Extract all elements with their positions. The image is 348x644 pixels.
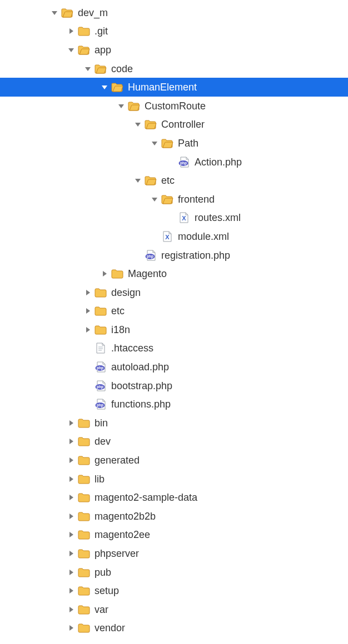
- tree-row[interactable]: X routes.xml: [0, 209, 348, 228]
- disclosure-down-icon[interactable]: [135, 177, 141, 184]
- svg-marker-40: [69, 625, 73, 631]
- tree-item-label: routes.xml: [195, 212, 241, 224]
- tree-row[interactable]: CustomRoute: [0, 97, 348, 115]
- disclosure-right-icon[interactable]: [84, 308, 91, 314]
- tree-row[interactable]: code: [0, 59, 348, 78]
- disclosure-right-icon[interactable]: [68, 494, 74, 501]
- tree-row[interactable]: app: [0, 41, 348, 59]
- tree-row[interactable]: design: [0, 283, 348, 302]
- svg-marker-7: [152, 142, 157, 145]
- disclosure-down-icon[interactable]: [84, 66, 91, 72]
- disclosure-right-icon[interactable]: [68, 438, 74, 445]
- disclosure-down-icon[interactable]: [51, 9, 58, 16]
- tree-item-label: Controller: [161, 118, 205, 130]
- tree-item-label: Path: [178, 137, 198, 149]
- disclosure-right-icon[interactable]: [68, 28, 74, 34]
- svg-marker-5: [118, 104, 124, 108]
- svg-marker-17: [86, 290, 90, 295]
- tree-row[interactable]: frontend: [0, 190, 348, 209]
- svg-marker-35: [69, 532, 73, 537]
- disclosure-right-icon[interactable]: [68, 587, 74, 594]
- disclosure-right-icon[interactable]: [84, 326, 91, 333]
- svg-marker-11: [152, 198, 157, 202]
- folder-icon: [111, 268, 123, 279]
- disclosure-down-icon[interactable]: [135, 121, 141, 128]
- svg-marker-3: [85, 67, 91, 71]
- tree-item-label: phpserver: [95, 547, 139, 560]
- tree-item-label: etc: [111, 305, 125, 317]
- disclosure-right-icon[interactable]: [68, 550, 74, 557]
- tree-item-label: autoload.php: [111, 361, 169, 373]
- tree-row[interactable]: magento2ee: [0, 526, 348, 545]
- tree-row[interactable]: etc: [0, 302, 348, 321]
- tree-row[interactable]: var: [0, 600, 348, 619]
- svg-marker-2: [68, 48, 74, 52]
- disclosure-down-icon[interactable]: [101, 84, 108, 90]
- disclosure-right-icon[interactable]: [68, 606, 74, 613]
- disclosure-down-icon[interactable]: [68, 47, 74, 53]
- tree-row[interactable]: dev_m: [0, 3, 348, 22]
- folder-icon: [78, 622, 90, 633]
- disclosure-down-icon[interactable]: [151, 196, 158, 203]
- tree-row[interactable]: pub: [0, 563, 348, 582]
- svg-text:php: php: [97, 403, 103, 407]
- svg-marker-10: [135, 179, 141, 183]
- tree-row[interactable]: magento2-sample-data: [0, 488, 348, 507]
- tree-row[interactable]: .git: [0, 22, 348, 41]
- tree-item-label: bin: [95, 417, 108, 429]
- folder-icon: [78, 474, 90, 485]
- disclosure-down-icon[interactable]: [151, 140, 158, 147]
- tree-item-label: lib: [95, 473, 105, 485]
- tree-row[interactable]: i18n: [0, 320, 348, 339]
- php-file-icon: php: [145, 250, 157, 261]
- tree-row[interactable]: php Action.php: [0, 153, 348, 172]
- tree-row[interactable]: vendor: [0, 619, 348, 638]
- folder-open-icon: [161, 138, 173, 149]
- tree-item-label: dev_m: [78, 7, 108, 19]
- folder-open-icon: [111, 82, 123, 93]
- disclosure-down-icon[interactable]: [118, 103, 125, 109]
- svg-marker-29: [69, 420, 73, 426]
- tree-row[interactable]: Controller: [0, 115, 348, 134]
- tree-row[interactable]: etc: [0, 171, 348, 190]
- disclosure-right-icon[interactable]: [84, 289, 91, 296]
- tree-row[interactable]: phpserver: [0, 544, 348, 563]
- disclosure-right-icon[interactable]: [68, 476, 74, 482]
- svg-text:php: php: [147, 254, 153, 259]
- disclosure-right-icon[interactable]: [68, 513, 74, 520]
- tree-row[interactable]: Magento: [0, 264, 348, 283]
- tree-item-label: .git: [95, 25, 108, 37]
- tree-item-label: app: [95, 44, 111, 56]
- folder-open-icon: [95, 63, 107, 74]
- tree-row[interactable]: generated: [0, 451, 348, 470]
- disclosure-right-icon[interactable]: [68, 569, 74, 576]
- folder-open-icon: [78, 44, 90, 56]
- disclosure-right-icon[interactable]: [68, 420, 74, 426]
- tree-row[interactable]: php bootstrap.php: [0, 376, 348, 395]
- tree-row[interactable]: php registration.php: [0, 246, 348, 265]
- php-file-icon: php: [95, 361, 107, 373]
- tree-row[interactable]: .htaccess: [0, 339, 348, 358]
- php-file-icon: php: [178, 157, 190, 168]
- svg-marker-18: [86, 308, 90, 314]
- svg-marker-16: [103, 271, 107, 276]
- disclosure-right-icon[interactable]: [68, 531, 74, 538]
- tree-item-label: CustomRoute: [145, 100, 206, 112]
- tree-row[interactable]: php functions.php: [0, 395, 348, 414]
- folder-open-icon: [145, 119, 157, 130]
- svg-marker-39: [69, 607, 73, 612]
- tree-row[interactable]: magento2b2b: [0, 507, 348, 526]
- tree-row[interactable]: Path: [0, 134, 348, 153]
- tree-row[interactable]: php autoload.php: [0, 358, 348, 376]
- disclosure-right-icon[interactable]: [68, 457, 74, 464]
- tree-row[interactable]: bin: [0, 414, 348, 432]
- disclosure-right-icon[interactable]: [68, 625, 74, 631]
- tree-row[interactable]: X module.xml: [0, 227, 348, 246]
- tree-row[interactable]: setup: [0, 581, 348, 600]
- tree-row[interactable]: HumanElement: [0, 78, 348, 97]
- tree-row[interactable]: lib: [0, 470, 348, 489]
- tree-row[interactable]: dev: [0, 432, 348, 451]
- svg-text:php: php: [97, 366, 103, 370]
- disclosure-right-icon[interactable]: [101, 270, 108, 277]
- svg-text:php: php: [97, 385, 103, 389]
